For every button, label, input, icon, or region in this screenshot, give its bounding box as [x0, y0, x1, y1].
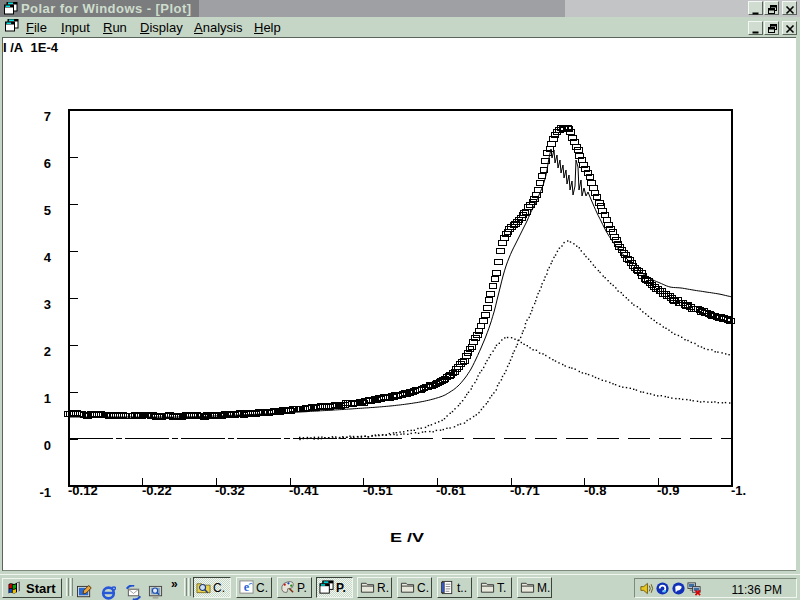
svg-text:2: 2 [44, 344, 51, 359]
svg-text:3: 3 [44, 297, 51, 312]
svg-text:-0.12: -0.12 [68, 483, 98, 498]
svg-text:-1: -1 [39, 485, 51, 500]
svg-text:I /A 1E-4: I /A 1E-4 [3, 40, 59, 55]
svg-text:0: 0 [44, 438, 51, 453]
svg-text:-0.71: -0.71 [510, 483, 540, 498]
svg-text:1: 1 [44, 391, 51, 406]
svg-text:-0.32: -0.32 [215, 483, 245, 498]
svg-text:7: 7 [44, 109, 51, 124]
svg-text:-0.22: -0.22 [142, 483, 172, 498]
svg-text:-1.: -1. [731, 483, 746, 498]
svg-text:-0.61: -0.61 [436, 483, 466, 498]
svg-text:6: 6 [44, 156, 51, 171]
svg-text:5: 5 [44, 203, 51, 218]
svg-text:-0.41: -0.41 [289, 483, 319, 498]
svg-text:e: e [244, 580, 250, 594]
svg-text:-0.51: -0.51 [363, 483, 393, 498]
svg-text:-0.8: -0.8 [584, 483, 606, 498]
svg-text:-0.9: -0.9 [657, 483, 679, 498]
svg-text:E /V: E /V [390, 530, 424, 545]
svg-text:4: 4 [44, 250, 52, 265]
